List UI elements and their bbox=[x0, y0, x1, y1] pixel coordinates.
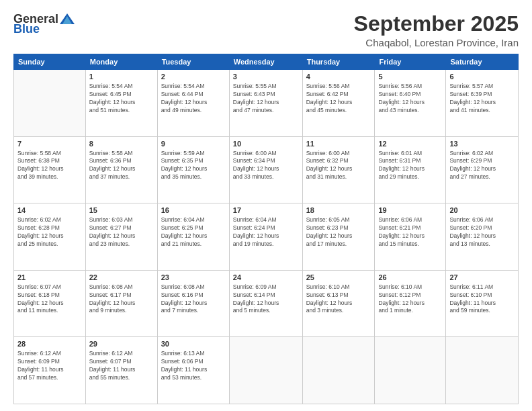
day-detail: Sunrise: 6:11 AM Sunset: 6:10 PM Dayligh… bbox=[449, 283, 515, 316]
week-row-3: 21Sunrise: 6:07 AM Sunset: 6:18 PM Dayli… bbox=[14, 270, 519, 337]
day-detail: Sunrise: 6:07 AM Sunset: 6:18 PM Dayligh… bbox=[17, 283, 82, 316]
day-cell: 15Sunrise: 6:03 AM Sunset: 6:27 PM Dayli… bbox=[85, 203, 157, 271]
day-cell: 10Sunrise: 6:00 AM Sunset: 6:34 PM Dayli… bbox=[229, 136, 302, 203]
day-cell: 3Sunrise: 5:55 AM Sunset: 6:43 PM Daylig… bbox=[229, 70, 302, 137]
day-number: 16 bbox=[161, 205, 226, 216]
day-cell: 22Sunrise: 6:08 AM Sunset: 6:17 PM Dayli… bbox=[85, 270, 157, 337]
day-cell: 19Sunrise: 6:06 AM Sunset: 6:21 PM Dayli… bbox=[375, 203, 446, 271]
day-detail: Sunrise: 5:55 AM Sunset: 6:43 PM Dayligh… bbox=[233, 83, 299, 115]
day-detail: Sunrise: 6:00 AM Sunset: 6:32 PM Dayligh… bbox=[306, 150, 371, 182]
logo: General Blue bbox=[13, 12, 75, 36]
day-cell: 2Sunrise: 5:54 AM Sunset: 6:44 PM Daylig… bbox=[157, 70, 229, 137]
week-row-0: 1Sunrise: 5:54 AM Sunset: 6:45 PM Daylig… bbox=[14, 70, 519, 137]
day-number: 2 bbox=[161, 72, 226, 82]
month-title: September 2025 bbox=[354, 12, 519, 36]
header: General Blue September 2025 Chaqabol, Lo… bbox=[13, 12, 519, 48]
day-number: 14 bbox=[17, 205, 82, 216]
day-detail: Sunrise: 6:08 AM Sunset: 6:17 PM Dayligh… bbox=[89, 283, 154, 316]
location-title: Chaqabol, Lorestan Province, Iran bbox=[354, 37, 519, 48]
day-number: 5 bbox=[378, 72, 442, 82]
day-number: 18 bbox=[306, 205, 371, 216]
calendar: SundayMondayTuesdayWednesdayThursdayFrid… bbox=[13, 54, 519, 404]
day-cell: 30Sunrise: 6:13 AM Sunset: 6:06 PM Dayli… bbox=[157, 337, 229, 404]
day-cell: 9Sunrise: 5:59 AM Sunset: 6:35 PM Daylig… bbox=[157, 136, 229, 203]
day-cell: 29Sunrise: 6:12 AM Sunset: 6:07 PM Dayli… bbox=[85, 337, 157, 404]
day-number: 21 bbox=[17, 273, 82, 283]
day-number: 6 bbox=[449, 72, 515, 82]
week-row-1: 7Sunrise: 5:58 AM Sunset: 6:38 PM Daylig… bbox=[14, 136, 519, 203]
calendar-header-row: SundayMondayTuesdayWednesdayThursdayFrid… bbox=[14, 54, 519, 70]
day-number: 28 bbox=[17, 339, 82, 349]
day-cell: 13Sunrise: 6:02 AM Sunset: 6:29 PM Dayli… bbox=[446, 136, 519, 203]
day-cell: 12Sunrise: 6:01 AM Sunset: 6:31 PM Dayli… bbox=[375, 136, 446, 203]
day-detail: Sunrise: 6:04 AM Sunset: 6:25 PM Dayligh… bbox=[161, 216, 226, 248]
day-cell bbox=[302, 337, 375, 404]
day-number: 22 bbox=[89, 273, 154, 283]
day-number: 15 bbox=[89, 205, 154, 216]
day-number: 10 bbox=[233, 139, 299, 149]
day-number: 1 bbox=[89, 72, 154, 82]
day-cell: 24Sunrise: 6:09 AM Sunset: 6:14 PM Dayli… bbox=[229, 270, 302, 337]
week-row-2: 14Sunrise: 6:02 AM Sunset: 6:28 PM Dayli… bbox=[14, 203, 519, 271]
day-detail: Sunrise: 5:57 AM Sunset: 6:39 PM Dayligh… bbox=[449, 83, 515, 115]
day-detail: Sunrise: 6:10 AM Sunset: 6:12 PM Dayligh… bbox=[378, 283, 442, 316]
title-block: September 2025 Chaqabol, Lorestan Provin… bbox=[354, 12, 519, 48]
day-cell bbox=[446, 337, 519, 404]
logo-blue: Blue bbox=[13, 22, 40, 36]
day-detail: Sunrise: 5:56 AM Sunset: 6:40 PM Dayligh… bbox=[378, 83, 442, 115]
day-detail: Sunrise: 5:54 AM Sunset: 6:44 PM Dayligh… bbox=[161, 83, 226, 115]
day-detail: Sunrise: 6:01 AM Sunset: 6:31 PM Dayligh… bbox=[378, 150, 442, 182]
day-detail: Sunrise: 6:06 AM Sunset: 6:20 PM Dayligh… bbox=[449, 216, 515, 248]
day-number: 12 bbox=[378, 139, 442, 149]
day-cell: 6Sunrise: 5:57 AM Sunset: 6:39 PM Daylig… bbox=[446, 70, 519, 137]
day-detail: Sunrise: 6:09 AM Sunset: 6:14 PM Dayligh… bbox=[233, 283, 299, 316]
day-number: 9 bbox=[161, 139, 226, 149]
day-number: 24 bbox=[233, 273, 299, 283]
day-number: 11 bbox=[306, 139, 371, 149]
day-detail: Sunrise: 5:54 AM Sunset: 6:45 PM Dayligh… bbox=[89, 83, 154, 115]
day-detail: Sunrise: 6:02 AM Sunset: 6:28 PM Dayligh… bbox=[17, 216, 82, 248]
day-cell: 17Sunrise: 6:04 AM Sunset: 6:24 PM Dayli… bbox=[229, 203, 302, 271]
day-cell: 14Sunrise: 6:02 AM Sunset: 6:28 PM Dayli… bbox=[14, 203, 86, 271]
col-header-sunday: Sunday bbox=[14, 54, 86, 70]
day-number: 13 bbox=[449, 139, 515, 149]
day-cell: 1Sunrise: 5:54 AM Sunset: 6:45 PM Daylig… bbox=[85, 70, 157, 137]
day-cell: 18Sunrise: 6:05 AM Sunset: 6:23 PM Dayli… bbox=[302, 203, 375, 271]
day-number: 4 bbox=[306, 72, 371, 82]
col-header-tuesday: Tuesday bbox=[157, 54, 229, 70]
day-cell bbox=[14, 70, 86, 137]
col-header-monday: Monday bbox=[85, 54, 157, 70]
day-number: 23 bbox=[161, 273, 226, 283]
day-cell: 23Sunrise: 6:08 AM Sunset: 6:16 PM Dayli… bbox=[157, 270, 229, 337]
day-cell bbox=[229, 337, 302, 404]
col-header-friday: Friday bbox=[375, 54, 446, 70]
day-cell: 20Sunrise: 6:06 AM Sunset: 6:20 PM Dayli… bbox=[446, 203, 519, 271]
day-detail: Sunrise: 5:56 AM Sunset: 6:42 PM Dayligh… bbox=[306, 83, 371, 115]
day-detail: Sunrise: 5:58 AM Sunset: 6:36 PM Dayligh… bbox=[89, 150, 154, 182]
day-number: 3 bbox=[233, 72, 299, 82]
day-detail: Sunrise: 6:10 AM Sunset: 6:13 PM Dayligh… bbox=[306, 283, 371, 316]
day-cell: 8Sunrise: 5:58 AM Sunset: 6:36 PM Daylig… bbox=[85, 136, 157, 203]
col-header-thursday: Thursday bbox=[302, 54, 375, 70]
day-detail: Sunrise: 5:59 AM Sunset: 6:35 PM Dayligh… bbox=[161, 150, 226, 182]
day-cell: 21Sunrise: 6:07 AM Sunset: 6:18 PM Dayli… bbox=[14, 270, 86, 337]
day-detail: Sunrise: 6:08 AM Sunset: 6:16 PM Dayligh… bbox=[161, 283, 226, 316]
day-cell: 27Sunrise: 6:11 AM Sunset: 6:10 PM Dayli… bbox=[446, 270, 519, 337]
day-number: 30 bbox=[161, 339, 226, 349]
day-detail: Sunrise: 6:02 AM Sunset: 6:29 PM Dayligh… bbox=[449, 150, 515, 182]
logo-icon bbox=[60, 13, 75, 24]
day-detail: Sunrise: 6:03 AM Sunset: 6:27 PM Dayligh… bbox=[89, 216, 154, 248]
day-detail: Sunrise: 6:05 AM Sunset: 6:23 PM Dayligh… bbox=[306, 216, 371, 248]
day-detail: Sunrise: 6:06 AM Sunset: 6:21 PM Dayligh… bbox=[378, 216, 442, 248]
day-detail: Sunrise: 6:12 AM Sunset: 6:09 PM Dayligh… bbox=[17, 350, 82, 382]
day-detail: Sunrise: 6:00 AM Sunset: 6:34 PM Dayligh… bbox=[233, 150, 299, 182]
day-cell bbox=[375, 337, 446, 404]
day-number: 25 bbox=[306, 273, 371, 283]
col-header-saturday: Saturday bbox=[446, 54, 519, 70]
day-cell: 5Sunrise: 5:56 AM Sunset: 6:40 PM Daylig… bbox=[375, 70, 446, 137]
day-detail: Sunrise: 5:58 AM Sunset: 6:38 PM Dayligh… bbox=[17, 150, 82, 182]
day-number: 26 bbox=[378, 273, 442, 283]
week-row-4: 28Sunrise: 6:12 AM Sunset: 6:09 PM Dayli… bbox=[14, 337, 519, 404]
day-number: 17 bbox=[233, 205, 299, 216]
day-cell: 7Sunrise: 5:58 AM Sunset: 6:38 PM Daylig… bbox=[14, 136, 86, 203]
